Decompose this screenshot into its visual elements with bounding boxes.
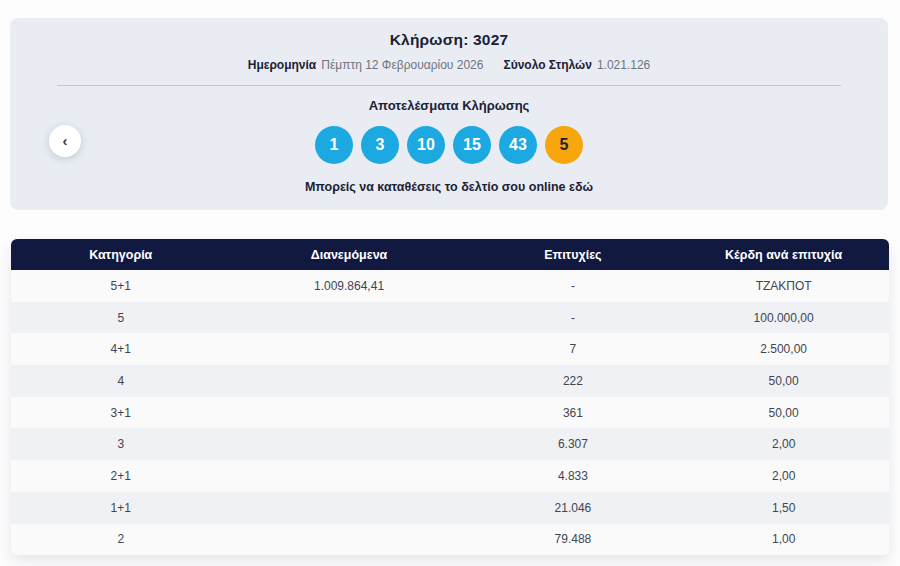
winning-number-ball: 43 (499, 126, 537, 164)
draw-summary-panel: Κλήρωση: 3027 Ημερομηνία Πέμπτη 12 Φεβρο… (10, 18, 888, 210)
table-row: 279.4881,00 (11, 524, 889, 556)
prize-cell: 1,00 (678, 524, 889, 556)
distributed-cell (231, 460, 468, 492)
draw-meta: Ημερομηνία Πέμπτη 12 Φεβρουαρίου 2026 Σύ… (10, 58, 888, 72)
prize-table: ΚατηγορίαΔιανεμόμεναΕπιτυχίεςΚέρδη ανά ε… (11, 239, 889, 555)
distributed-cell (231, 524, 468, 556)
prize-cell: 1,50 (678, 492, 889, 524)
table-row: 422250,00 (11, 365, 889, 397)
column-header: Διανεμόμενα (231, 239, 468, 270)
winners-cell: 4.833 (468, 460, 679, 492)
prize-cell: 100.000,00 (678, 302, 889, 334)
results-heading: Αποτελέσματα Κλήρωσης (10, 98, 888, 113)
prize-cell: 50,00 (678, 397, 889, 429)
deposit-online-link[interactable]: Μπορείς να καταθέσεις το δελτίο σου onli… (305, 180, 593, 194)
category-cell: 3 (11, 428, 231, 460)
winning-number-ball: 10 (407, 126, 445, 164)
winners-cell: 222 (468, 365, 679, 397)
prize-cell: 2.500,00 (678, 333, 889, 365)
table-header-row: ΚατηγορίαΔιανεμόμεναΕπιτυχίεςΚέρδη ανά ε… (11, 239, 889, 270)
winning-number-ball: 1 (315, 126, 353, 164)
distributed-cell (231, 397, 468, 429)
distributed-cell (231, 365, 468, 397)
category-cell: 4 (11, 365, 231, 397)
prize-cell: 50,00 (678, 365, 889, 397)
winners-cell: 361 (468, 397, 679, 429)
distributed-cell: 1.009.864,41 (231, 270, 468, 302)
category-cell: 2 (11, 524, 231, 556)
winning-numbers: 131015435 (10, 126, 888, 164)
table-row: 2+14.8332,00 (11, 460, 889, 492)
category-cell: 1+1 (11, 492, 231, 524)
prize-cell: 2,00 (678, 428, 889, 460)
date-label: Ημερομηνία (248, 58, 317, 72)
category-cell: 3+1 (11, 397, 231, 429)
column-header: Κατηγορία (11, 239, 231, 270)
winning-number-ball: 15 (453, 126, 491, 164)
draw-date: Ημερομηνία Πέμπτη 12 Φεβρουαρίου 2026 (248, 58, 484, 72)
category-cell: 4+1 (11, 333, 231, 365)
table-row: 4+172.500,00 (11, 333, 889, 365)
table-row: 36.3072,00 (11, 428, 889, 460)
winners-cell: - (468, 270, 679, 302)
table-row: 3+136150,00 (11, 397, 889, 429)
chevron-left-icon: ‹ (63, 133, 68, 148)
winning-number-ball: 3 (361, 126, 399, 164)
divider (57, 85, 841, 86)
winners-cell: - (468, 302, 679, 334)
column-header: Κέρδη ανά επιτυχία (678, 239, 889, 270)
column-header: Επιτυχίες (468, 239, 679, 270)
prize-cell: 2,00 (678, 460, 889, 492)
distributed-cell (231, 428, 468, 460)
category-cell: 5 (11, 302, 231, 334)
lottery-results-page: Κλήρωση: 3027 Ημερομηνία Πέμπτη 12 Φεβρο… (0, 0, 900, 566)
table-row: 5-100.000,00 (11, 302, 889, 334)
draw-title: Κλήρωση: 3027 (10, 18, 888, 49)
prize-table-grid: ΚατηγορίαΔιανεμόμεναΕπιτυχίεςΚέρδη ανά ε… (11, 239, 889, 555)
distributed-cell (231, 492, 468, 524)
winners-cell: 6.307 (468, 428, 679, 460)
table-row: 1+121.0461,50 (11, 492, 889, 524)
prize-cell: ΤΖΑΚΠΟΤ (678, 270, 889, 302)
category-cell: 5+1 (11, 270, 231, 302)
distributed-cell (231, 302, 468, 334)
winners-cell: 79.488 (468, 524, 679, 556)
total-columns: Σύνολο Στηλών 1.021.126 (503, 58, 650, 72)
total-columns-value: 1.021.126 (597, 58, 650, 72)
date-value: Πέμπτη 12 Φεβρουαρίου 2026 (321, 58, 483, 72)
prev-draw-button[interactable]: ‹ (49, 125, 81, 157)
total-columns-label: Σύνολο Στηλών (503, 58, 591, 72)
distributed-cell (231, 333, 468, 365)
category-cell: 2+1 (11, 460, 231, 492)
winners-cell: 7 (468, 333, 679, 365)
joker-number-ball: 5 (545, 126, 583, 164)
table-row: 5+11.009.864,41-ΤΖΑΚΠΟΤ (11, 270, 889, 302)
winners-cell: 21.046 (468, 492, 679, 524)
